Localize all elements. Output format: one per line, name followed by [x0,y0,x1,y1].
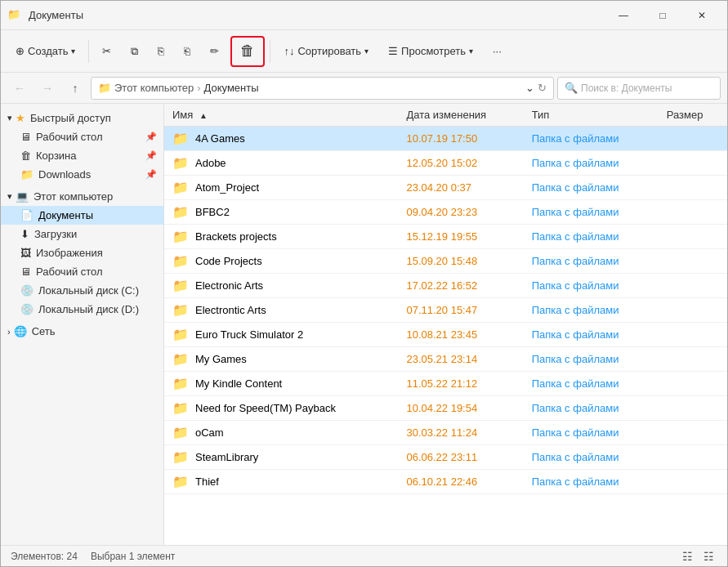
table-row[interactable]: 📁 Brackets projects 15.12.19 19:55 Папка… [164,225,727,249]
view-label: Просмотреть [401,45,466,57]
more-button[interactable]: ··· [485,36,510,67]
view-icon: ☰ [388,45,398,57]
trash-pin-icon: 📌 [145,150,157,161]
list-view-button[interactable]: ☷ [678,547,696,565]
table-row[interactable]: 📁 My Kindle Content 11.05.22 21:12 Папка… [164,372,727,396]
downloads2-folder-icon: ⬇ [20,228,29,240]
col-type[interactable]: Тип [524,104,659,127]
sort-icon: ↑↓ [284,45,294,57]
file-name-cell: 📁 oCam [164,421,398,445]
sidebar-item-images[interactable]: 🖼 Изображения [1,243,163,262]
grid-view-button[interactable]: ☷ [699,547,717,565]
sidebar-item-desktop[interactable]: 🖥 Рабочий стол 📌 [1,127,163,146]
sidebar-item-desktop2[interactable]: 🖥 Рабочий стол [1,262,163,281]
sidebar-item-downloads2[interactable]: ⬇ Загрузки [1,225,163,243]
file-size-cell [659,249,727,274]
path-separator: › [197,82,200,94]
table-row[interactable]: 📁 oCam 30.03.22 11:24 Папка с файлами [164,421,727,445]
up-button[interactable]: ↑ [63,77,87,100]
file-name-cell: 📁 Electronic Arts [164,274,398,298]
back-button[interactable]: ← [7,77,32,100]
folder-icon: 📁 [172,131,189,146]
file-name-text: Euro Truck Simulator 2 [195,328,303,341]
title-bar: 📁 Документы — □ ✕ [1,1,727,30]
quick-access-chevron: ▾ [7,113,12,123]
quick-access-header[interactable]: ▾ ★ Быстрый доступ [1,109,163,127]
folder-icon: 📁 [172,376,189,391]
table-row[interactable]: 📁 Euro Truck Simulator 2 10.08.21 23:45 … [164,323,727,347]
sort-button[interactable]: ↑↓ Сортировать ▾ [275,36,377,67]
forward-button[interactable]: → [35,77,60,100]
toolbar-separator [88,40,89,63]
file-name-text: Adobe [195,157,226,169]
path-refresh-icon[interactable]: ↻ [538,82,547,94]
col-modified[interactable]: Дата изменения [398,104,523,127]
cut-button[interactable]: ✂ [94,36,119,67]
file-name-cell: 📁 Adobe [164,151,398,176]
folder-icon: 📁 [172,351,189,367]
view-button[interactable]: ☰ Просмотреть ▾ [380,36,481,67]
table-row[interactable]: 📁 Electronic Arts 17.02.22 16:52 Папка с… [164,274,727,298]
file-type-cell: Папка с файлами [524,225,659,249]
file-modified-cell: 07.11.20 15:47 [398,298,523,323]
this-pc-header[interactable]: ▾ 💻 Этот компьютер [1,187,163,206]
network-section: › 🌐 Сеть [1,320,163,342]
table-row[interactable]: 📁 BFBC2 09.04.20 23:23 Папка с файлами [164,200,727,225]
table-row[interactable]: 📁 Atom_Project 23.04.20 0:37 Папка с фай… [164,176,727,200]
col-size[interactable]: Размер [659,104,727,127]
table-row[interactable]: 📁 Electrontic Arts 07.11.20 15:47 Папка … [164,298,727,323]
path-part2: Документы [204,82,259,94]
rename-button[interactable]: ✏ [202,36,227,67]
file-size-cell [659,372,727,396]
table-row[interactable]: 📁 Code Projects 15.09.20 15:48 Папка с ф… [164,249,727,274]
sidebar-item-documents[interactable]: 📄 Документы [1,206,163,225]
paste-button[interactable]: ⎗ [176,36,199,67]
images-folder-icon: 🖼 [20,247,31,259]
status-bar: Элементов: 24 Выбран 1 элемент ☷ ☷ [1,545,727,566]
network-header[interactable]: › 🌐 Сеть [1,322,163,341]
file-name-cell: 📁 Atom_Project [164,176,398,200]
file-name-text: Electrontic Arts [195,304,266,316]
table-row[interactable]: 📁 Thief 06.10.21 22:46 Папка с файлами [164,470,727,494]
table-row[interactable]: 📁 SteamLibrary 06.06.22 23:11 Папка с фа… [164,445,727,470]
trash-label: Корзина [36,150,77,162]
create-button[interactable]: ⊕ Создать ▾ [7,36,83,67]
file-name-text: My Games [195,353,247,365]
delete-button[interactable]: 🗑 [230,36,265,67]
copy2-button[interactable]: ⎘ [150,36,172,67]
sidebar-item-trash[interactable]: 🗑 Корзина 📌 [1,146,163,165]
sidebar-item-local-d[interactable]: 💿 Локальный диск (D:) [1,300,163,319]
sidebar-item-local-c[interactable]: 💿 Локальный диск (C:) [1,281,163,300]
downloads-pin-icon: 📌 [145,169,157,180]
path-dropdown-icon[interactable]: ⌄ [525,82,534,94]
address-path[interactable]: 📁 Этот компьютер › Документы ⌄ ↻ [91,77,554,100]
maximize-button[interactable]: □ [644,1,681,30]
file-type-cell: Папка с файлами [524,274,659,298]
sort-arrow-icon: ▲ [199,111,208,120]
copy2-icon: ⎘ [158,45,164,57]
window-icon: 📁 [7,8,22,23]
documents-folder-icon: 📄 [20,209,33,221]
sidebar-item-downloads[interactable]: 📁 Downloads 📌 [1,165,163,184]
table-row[interactable]: 📁 Need for Speed(TM) Payback 10.04.22 19… [164,396,727,421]
file-table: Имя ▲ Дата изменения Тип Размер [164,104,727,545]
table-row[interactable]: 📁 Adobe 12.05.20 15:02 Папка с файлами [164,151,727,176]
table-row[interactable]: 📁 4A Games 10.07.19 17:50 Папка с файлам… [164,127,727,151]
folder-icon: 📁 [172,155,189,171]
file-type-cell: Папка с файлами [524,176,659,200]
file-type-cell: Папка с файлами [524,127,659,151]
search-box[interactable]: 🔍 Поиск в: Документы [557,77,721,100]
file-size-cell [659,445,727,470]
file-size-cell [659,470,727,494]
folder-icon: 📁 [172,229,189,244]
copy-button[interactable]: ⧉ [123,36,146,67]
folder-icon: 📁 [172,302,189,318]
folder-icon: 📁 [172,474,189,489]
col-name[interactable]: Имя ▲ [164,104,398,127]
file-modified-cell: 06.06.22 23:11 [398,445,523,470]
more-label: ··· [493,45,502,57]
close-button[interactable]: ✕ [683,1,721,30]
minimize-button[interactable]: — [605,1,642,30]
table-row[interactable]: 📁 My Games 23.05.21 23:14 Папка с файлам… [164,347,727,372]
folder-icon: 📁 [172,425,189,440]
